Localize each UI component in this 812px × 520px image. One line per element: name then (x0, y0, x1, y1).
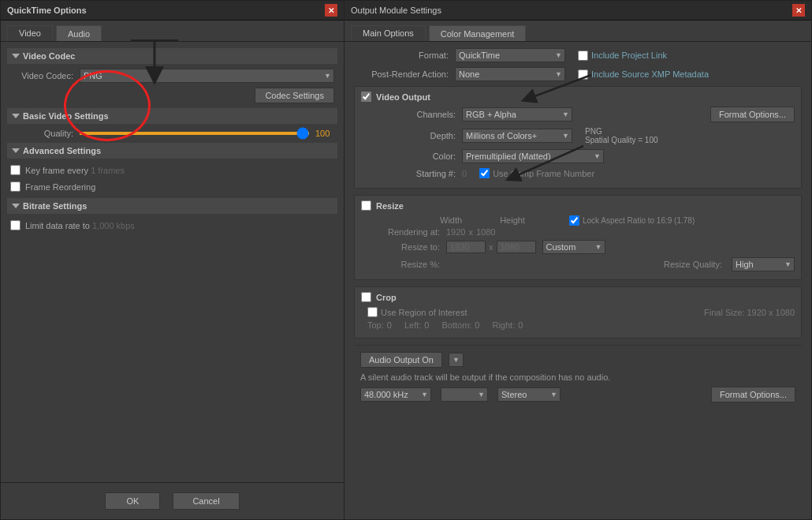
audio-options-row: 48.000 kHz ▼ ▼ Stereo ▼ Format Option (360, 387, 795, 402)
video-codec-section-header[interactable]: Video Codec (7, 48, 337, 64)
format-select[interactable]: QuickTime (455, 48, 565, 62)
post-render-select[interactable]: None (455, 67, 565, 81)
use-roi-label: Use Region of Interest (381, 308, 467, 317)
video-output-label: Video Output (376, 92, 430, 102)
limit-rate-label: Limit data rate to 1,000 kbps (25, 221, 135, 230)
audio-note-row: A silent audio track will be output if t… (360, 372, 795, 382)
sample-rate-dropdown-wrapper: 48.000 kHz ▼ (360, 387, 431, 402)
video-codec-select[interactable]: PNG (80, 69, 334, 83)
format-options-button[interactable]: Format Options... (710, 107, 795, 122)
keyframe-checkbox[interactable] (10, 165, 20, 175)
tab-main-options[interactable]: Main Options (351, 25, 426, 41)
audio-extra-dropdown-wrapper: ▼ (441, 387, 488, 402)
audio-format-options-button[interactable]: Format Options... (711, 387, 795, 402)
include-source-xmp-checkbox[interactable] (578, 69, 588, 80)
audio-extra-select[interactable] (441, 387, 488, 402)
oms-titlebar: Output Module Settings ✕ (345, 1, 811, 21)
format-label: Format: (354, 51, 449, 60)
color-select[interactable]: Premultiplied (Matted) (462, 149, 604, 163)
basic-video-section-header[interactable]: Basic Video Settings (7, 108, 337, 124)
post-render-dropdown-wrapper: None ▼ (455, 67, 565, 81)
close-button[interactable]: ✕ (325, 4, 337, 17)
starting-value: 0 (462, 169, 467, 178)
resize-col-labels: Width Height Lock Aspect Ratio to 16:9 (… (361, 215, 795, 226)
quicktime-options-panel: QuickTime Options ✕ Video Audio Video Co… (0, 0, 345, 520)
tab-audio[interactable]: Audio (56, 25, 102, 41)
oms-content: Format: QuickTime ▼ Include Project Link… (345, 42, 811, 519)
resize-to-h-input[interactable] (497, 241, 536, 253)
resize-to-row: Resize to: x Custom ▼ (361, 240, 795, 254)
audio-note: A silent audio track will be output if t… (360, 372, 610, 382)
col-height-label: Height (500, 215, 525, 226)
bitrate-section-header[interactable]: Bitrate Settings (7, 198, 337, 214)
resize-checkbox[interactable] (361, 200, 371, 211)
color-dropdown-wrapper: Premultiplied (Matted) ▼ (462, 149, 604, 163)
resize-quality-select[interactable]: High (732, 257, 795, 271)
lock-aspect-row: Lock Aspect Ratio to 16:9 (1.78) (569, 215, 695, 226)
crop-left: Left: 0 (404, 320, 430, 330)
quality-label: Quality: (10, 129, 73, 138)
resize-pct-label: Resize %: (361, 260, 440, 269)
channels-dropdown-wrapper: RGB + Alpha ▼ (462, 107, 572, 122)
tab-video[interactable]: Video (7, 25, 53, 41)
custom-select[interactable]: Custom (542, 240, 605, 254)
crop-top-value: 0 (387, 320, 392, 330)
triangle-icon-2 (12, 114, 20, 118)
audio-output-button[interactable]: Audio Output On (360, 352, 442, 368)
crop-left-value: 0 (424, 320, 429, 330)
crop-checkbox[interactable] (361, 292, 371, 302)
crop-values-row: Top: 0 Left: 0 Bottom: 0 Right: 0 (361, 320, 795, 330)
crop-header: Crop (361, 292, 795, 302)
oms-tabs: Main Options Color Management (345, 21, 811, 42)
channels-select[interactable]: RGB + Alpha (462, 107, 572, 122)
triangle-icon-3 (12, 148, 20, 153)
dropdown-arrow-audio: ▼ (449, 353, 464, 367)
resize-header: Resize (361, 200, 795, 211)
depth-select[interactable]: Millions of Colors+ (462, 129, 572, 143)
codec-settings-button[interactable]: Codec Settings (255, 88, 334, 103)
oms-close-button[interactable]: ✕ (792, 4, 805, 17)
advanced-section-header[interactable]: Advanced Settings (7, 143, 337, 159)
frame-reorder-checkbox[interactable] (10, 181, 20, 192)
crop-label: Crop (376, 293, 397, 302)
depth-label: Depth: (361, 131, 456, 140)
lock-aspect-checkbox[interactable] (569, 215, 579, 226)
quality-row: Quality: 100 (7, 129, 337, 138)
codec-settings-row: Codec Settings (7, 88, 337, 103)
advanced-label: Advanced Settings (23, 146, 101, 155)
quality-value: 100 (315, 129, 334, 138)
resize-to-x-sep: x (489, 242, 494, 252)
tab-color-management[interactable]: Color Management (429, 25, 527, 41)
audio-section: Audio Output On ▼ A silent audio track w… (354, 345, 802, 409)
include-source-xmp-label: Include Source XMP Metadata (591, 69, 709, 79)
resize-quality-dropdown-wrapper: High ▼ (732, 257, 795, 271)
crop-roi-row: Use Region of Interest Final Size: 1920 … (361, 307, 795, 317)
limit-rate-checkbox[interactable] (10, 220, 20, 230)
use-comp-frame-label: Use Comp Frame Number (493, 169, 594, 178)
qt-tabs: Video Audio (1, 21, 344, 42)
keyframe-row: Key frame every 1 frames (7, 163, 337, 177)
resize-to-w-input[interactable] (446, 241, 486, 253)
triangle-icon-4 (12, 204, 20, 208)
output-module-settings-panel: Output Module Settings ✕ Main Options Co… (345, 0, 812, 520)
cancel-button[interactable]: Cancel (173, 492, 239, 510)
crop-bottom: Bottom: 0 (441, 320, 479, 330)
audio-output-row: Audio Output On ▼ (360, 352, 795, 368)
qt-titlebar: QuickTime Options ✕ (1, 1, 344, 21)
rendering-x-sep: x (468, 227, 473, 237)
include-project-link-checkbox[interactable] (578, 51, 588, 61)
video-output-checkbox[interactable] (361, 92, 371, 102)
use-roi-checkbox[interactable] (367, 307, 378, 317)
sample-rate-select[interactable]: 48.000 kHz (360, 387, 431, 402)
use-comp-frame-checkbox[interactable] (479, 168, 490, 178)
ok-button[interactable]: OK (105, 492, 160, 510)
crop-right: Right: 0 (492, 320, 523, 330)
resize-quality-label: Resize Quality: (664, 260, 722, 269)
frame-reorder-row: Frame Reordering (7, 180, 337, 193)
video-codec-section-label: Video Codec (23, 51, 75, 61)
stereo-select[interactable]: Stereo (497, 387, 561, 402)
custom-dropdown-wrapper: Custom ▼ (542, 240, 605, 254)
bitrate-label: Bitrate Settings (23, 201, 87, 211)
color-label: Color: (361, 152, 456, 161)
quality-slider[interactable] (80, 132, 309, 135)
